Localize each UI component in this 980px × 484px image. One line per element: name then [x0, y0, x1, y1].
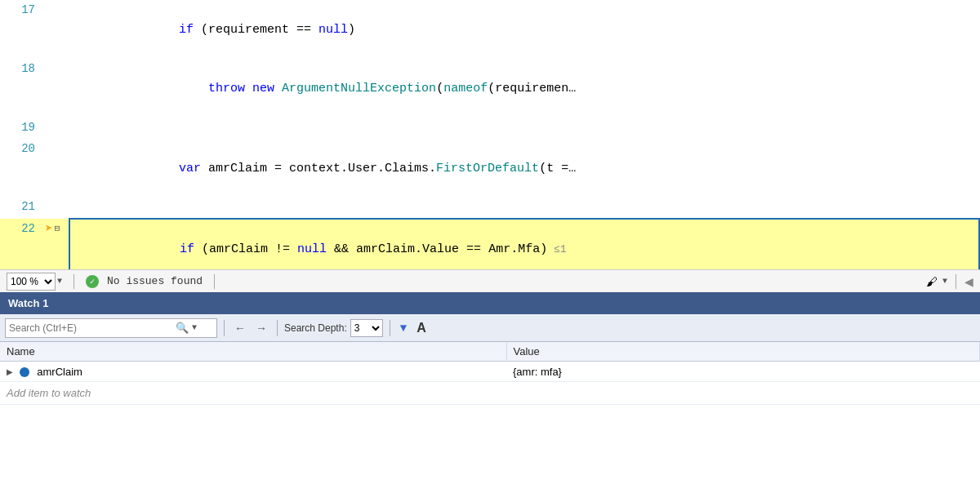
gutter-20: [45, 139, 69, 198]
watch-search-input[interactable]: [9, 322, 172, 334]
status-separator-2: [214, 274, 215, 289]
nav-forward-button[interactable]: →: [252, 320, 270, 336]
watch-col-value-header: Value: [506, 342, 980, 362]
status-separator-1: [74, 274, 74, 289]
watch-search-button[interactable]: 🔍: [176, 322, 189, 334]
code-text: [149, 162, 179, 175]
kw-var: var: [179, 162, 201, 175]
nav-left-button[interactable]: ◀: [964, 275, 973, 288]
watch-search-box[interactable]: 🔍 ▼: [5, 318, 217, 338]
code-content-21: [69, 197, 979, 218]
watch-item-name: amrClaim: [37, 366, 82, 378]
add-item-label[interactable]: Add item to watch: [0, 382, 980, 405]
code-text: && amrClaim.Value == Amr.Mfa): [327, 242, 547, 256]
gutter-21: [45, 197, 69, 218]
watch-panel-header: Watch 1: [0, 292, 980, 314]
add-item-text: Add item to watch: [7, 387, 91, 399]
font-size-icon[interactable]: A: [413, 319, 430, 337]
search-depth-label: Search Depth:: [284, 322, 347, 334]
kw-if: if: [180, 242, 194, 256]
code-line-22: 22 ➤ ⊟ if (amrClaim != null && amrClaim.…: [0, 219, 979, 270]
code-line-19: 19: [0, 118, 979, 139]
no-issues-icon: ✓: [86, 275, 99, 288]
code-text: FirstOrDefault: [436, 162, 539, 175]
kw-null2: null: [297, 242, 327, 256]
debug-arrow-icon: ➤: [45, 223, 53, 236]
zoom-select[interactable]: 100 % 50 % 75 % 125 % 150 % 200 %: [7, 273, 56, 291]
code-text: [150, 242, 180, 256]
toolbar-sep-2: [277, 320, 278, 336]
code-line-17: 17 if (requirement == null): [0, 0, 979, 59]
var-type-icon: [20, 367, 29, 377]
code-text: (t =…: [539, 162, 576, 175]
gutter-17: [45, 0, 69, 59]
watch-table-header-row: Name Value: [0, 342, 980, 362]
kw-if: if: [149, 23, 194, 37]
code-content-20: var amrClaim = context.User.Claims.First…: [69, 139, 979, 198]
search-icon: 🔍: [176, 322, 189, 334]
gutter-19: [45, 118, 69, 139]
gutter-22: ➤ ⊟: [45, 219, 69, 270]
kw-new: new: [252, 82, 274, 95]
add-item-row[interactable]: Add item to watch: [0, 382, 980, 405]
code-text: (requirement ==: [194, 23, 318, 37]
watch-item-value: {amr: mfa}: [513, 366, 562, 378]
line-number-20: 20: [0, 139, 45, 198]
search-depth-select[interactable]: 3 1 2 4 5: [350, 319, 383, 337]
zoom-dropdown-arrow: ▼: [57, 277, 62, 286]
watch-item-value-cell: {amr: mfa}: [506, 362, 980, 382]
search-dropdown-arrow[interactable]: ▼: [192, 323, 197, 332]
code-text: [274, 82, 282, 95]
kw-null: null: [318, 23, 348, 37]
watch-title: Watch 1: [8, 297, 48, 309]
code-text: [245, 82, 252, 95]
no-issues-text: No issues found: [107, 275, 203, 287]
line-number-17: 17: [0, 0, 45, 59]
kw-throw: throw: [208, 82, 245, 95]
line-number-22: 22: [0, 219, 45, 270]
filter-icon[interactable]: ▼: [397, 320, 410, 336]
code-text: nameof: [443, 82, 488, 95]
code-hint: ≤1: [547, 243, 566, 255]
code-editor: 17 if (requirement == null) 18 throw new…: [0, 0, 980, 269]
code-line-18: 18 throw new ArgumentNullException(nameo…: [0, 59, 979, 118]
watch-col-name-header: Name: [0, 342, 506, 362]
code-content-22: if (amrClaim != null && amrClaim.Value =…: [69, 219, 979, 270]
paint-brush-button[interactable]: 🖌: [926, 275, 938, 288]
code-line-21: 21: [0, 197, 979, 218]
collapse-btn[interactable]: ⊟: [55, 222, 60, 236]
watch-item-name-cell: ▶ amrClaim: [0, 362, 506, 382]
nav-back-button[interactable]: ←: [231, 320, 249, 336]
status-bar: 100 % 50 % 75 % 125 % 150 % 200 % ▼ ✓ No…: [0, 269, 980, 292]
gutter-18: [45, 59, 69, 118]
code-text: amrClaim = context.User.Claims.: [201, 162, 436, 175]
code-content-17: if (requirement == null): [69, 0, 979, 59]
watch-item-amrClaim[interactable]: ▶ amrClaim {amr: mfa}: [0, 362, 980, 382]
code-text: [149, 82, 208, 95]
watch-toolbar: 🔍 ▼ ← → Search Depth: 3 1 2 4 5 ▼ A: [0, 314, 980, 342]
code-line-20: 20 var amrClaim = context.User.Claims.Fi…: [0, 139, 979, 198]
zoom-control[interactable]: 100 % 50 % 75 % 125 % 150 % 200 % ▼: [7, 273, 62, 291]
code-text: (: [436, 82, 443, 95]
paint-tools: 🖌 ▼ ◀: [926, 274, 973, 289]
toolbar-sep-1: [224, 320, 225, 336]
watch-table: Name Value ▶ amrClaim {amr: mfa} Add ite…: [0, 342, 980, 405]
paint-separator: [956, 274, 956, 289]
line-number-19: 19: [0, 118, 45, 139]
paint-dropdown-arrow[interactable]: ▼: [942, 277, 947, 286]
expand-arrow-icon[interactable]: ▶: [7, 367, 13, 376]
code-content-18: throw new ArgumentNullException(nameof(r…: [69, 59, 979, 118]
line-number-21: 21: [0, 197, 45, 218]
watch-table-container: Name Value ▶ amrClaim {amr: mfa} Add ite…: [0, 342, 980, 484]
code-text: ArgumentNullException: [282, 82, 436, 95]
code-text: (requiremen…: [488, 82, 576, 95]
code-content-19: [69, 118, 979, 139]
code-text: (amrClaim !=: [194, 242, 297, 256]
toolbar-sep-3: [390, 320, 390, 336]
code-table: 17 if (requirement == null) 18 throw new…: [0, 0, 980, 269]
code-text: ): [348, 23, 355, 37]
line-number-18: 18: [0, 59, 45, 118]
